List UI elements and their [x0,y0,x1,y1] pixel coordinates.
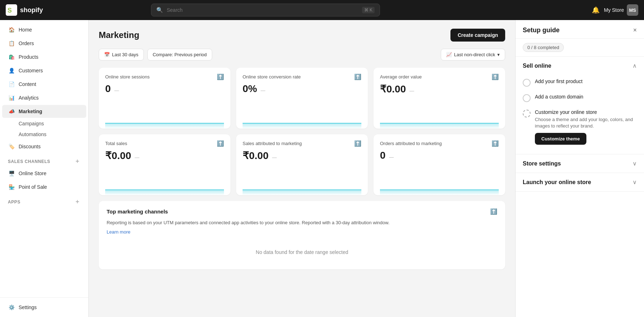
export-icon-total-sales[interactable]: ⬆️ [217,140,224,147]
calendar-icon: 📅 [104,52,110,57]
layout: 🏠 Home 📋 Orders 🛍️ Products 👤 Customers … [0,20,644,317]
total-sales-label: Total sales [105,141,127,146]
top-channels-title: Top marketing channels [107,208,168,215]
point-of-sale-label: Point of Sale [19,184,47,190]
date-range-filter[interactable]: 📅 Last 30 days [99,49,144,61]
sidebar-item-discounts[interactable]: 🏷️ Discounts [2,140,86,153]
chevron-up-sell-online-icon: ∧ [633,62,637,69]
setup-panel: Setup guide × 0 / 8 completed Sell onlin… [515,20,644,317]
sessions-chart [105,99,224,129]
setup-panel-title: Setup guide [523,27,560,34]
sidebar-bottom: ⚙️ Settings [0,297,88,314]
setup-item-add-product: Add your first product [523,75,637,90]
sidebar-item-campaigns[interactable]: Campaigns [2,119,86,129]
sidebar-item-marketing-label: Marketing [19,109,42,114]
sidebar-item-analytics[interactable]: 📊 Analytics [2,91,86,104]
custom-domain-circle [523,94,531,102]
sell-online-title: Sell online [523,63,551,69]
expand-apps-icon[interactable]: ＋ [74,198,80,206]
learn-more-link[interactable]: Learn more [107,229,130,235]
sidebar-item-automations[interactable]: Automations [2,129,86,139]
sessions-change: — [114,88,119,93]
create-campaign-button[interactable]: Create campaign [450,29,505,42]
sales-channels-section: Sales channels ＋ [0,153,88,167]
sidebar-item-discounts-label: Discounts [19,144,40,149]
setup-close-button[interactable]: × [633,27,637,34]
sidebar-item-customers[interactable]: 👤 Customers [2,64,86,77]
add-product-circle [523,79,531,87]
avg-order-label: Average order value [380,74,422,80]
export-icon-conversion[interactable]: ⬆️ [354,73,361,80]
top-channels-card: Top marketing channels ⬆️ Reporting is b… [99,201,505,269]
chevron-down-store-settings-icon: ∨ [633,160,637,167]
sidebar-item-marketing[interactable]: 📣 Marketing [2,105,86,118]
setup-section-store-settings-header[interactable]: Store settings ∨ [516,154,644,173]
sales-marketing-change: — [272,155,277,160]
topnav: S shopify 🔍 ⌘ K 🔔 My Store MS [0,0,644,20]
total-sales-change: — [135,155,140,160]
total-sales-chart [105,166,224,195]
conversion-label: Online store conversion rate [243,74,301,80]
orders-marketing-change: — [389,154,394,160]
sidebar-item-orders[interactable]: 📋 Orders [2,37,86,50]
sidebar-item-settings[interactable]: ⚙️ Settings [2,301,86,314]
attribution-filter[interactable]: 📈 Last non-direct click ▾ [441,49,505,61]
search-bar[interactable]: 🔍 ⌘ K [151,4,380,16]
content-icon: 📄 [8,81,15,88]
metrics-row-2: Total sales ⬆️ ₹0.00 — [99,134,505,195]
search-icon: 🔍 [156,7,163,13]
discounts-icon: 🏷️ [8,143,15,150]
orders-marketing-chart [380,165,499,195]
orders-icon: 📋 [8,40,15,47]
sidebar-item-online-store[interactable]: 🖥️ Online Store [2,167,86,180]
sell-online-body: Add your first product Add a custom doma… [516,75,644,154]
point-of-sale-icon: 🏪 [8,183,15,191]
setup-section-launch-header[interactable]: Launch your online store ∨ [516,173,644,191]
attribution-label: Last non-direct click [454,52,495,57]
metric-card-sessions: Online store sessions ⬆️ 0 — [99,68,230,129]
search-input[interactable] [167,7,358,13]
topnav-right: 🔔 My Store MS [592,4,638,16]
expand-sales-channels-icon[interactable]: ＋ [74,158,80,165]
sidebar-item-orders-label: Orders [19,40,34,46]
export-icon-avg-order[interactable]: ⬆️ [492,73,499,80]
settings-icon: ⚙️ [8,304,15,311]
setup-item-customize-store: Customize your online store Choose a the… [523,106,637,148]
customize-store-label[interactable]: Customize your online store [535,109,637,115]
conversion-change: — [260,88,265,93]
svg-marker-4 [380,123,499,129]
sidebar-item-home-label: Home [19,27,32,33]
sidebar-item-products[interactable]: 🛍️ Products [2,51,86,63]
logo[interactable]: S shopify [6,4,43,16]
sessions-value: 0 [105,83,111,95]
sidebar-item-home[interactable]: 🏠 Home [2,23,86,36]
store-selector[interactable]: My Store MS [604,4,638,16]
sidebar-item-products-label: Products [19,54,38,60]
store-name: My Store [604,7,624,13]
online-store-label: Online Store [19,170,47,176]
avg-order-change: — [410,88,414,93]
setup-section-sell-online-header[interactable]: Sell online ∧ [516,57,644,75]
add-product-label[interactable]: Add your first product [535,78,582,84]
total-sales-value: ₹0.00 [105,150,131,162]
compare-filter[interactable]: Compare: Previous period [147,49,212,61]
notification-bell-icon[interactable]: 🔔 [592,6,600,14]
sessions-label: Online store sessions [105,74,150,80]
export-icon-sales-marketing[interactable]: ⬆️ [354,140,361,147]
conversion-value: 0% [243,83,257,95]
metric-card-conversion: Online store conversion rate ⬆️ 0% — [236,68,368,129]
sidebar-item-content[interactable]: 📄 Content [2,78,86,91]
chevron-down-launch-icon: ∨ [633,179,637,186]
sidebar-item-point-of-sale[interactable]: 🏪 Point of Sale [2,181,86,193]
customize-theme-button[interactable]: Customize theme [535,133,586,145]
logo-text: shopify [20,6,43,14]
compare-label: Compare: Previous period [153,52,207,57]
top-channels-desc: Reporting is based on your UTM parameter… [107,219,497,226]
export-icon-sessions[interactable]: ⬆️ [217,73,224,80]
custom-domain-label[interactable]: Add a custom domain [535,94,583,100]
export-icon-top-channels[interactable]: ⬆️ [490,208,497,215]
avg-order-chart [380,99,499,129]
setup-progress-badge: 0 / 8 completed [523,43,564,52]
export-icon-orders-marketing[interactable]: ⬆️ [492,140,499,147]
chart-icon: 📈 [446,52,452,57]
